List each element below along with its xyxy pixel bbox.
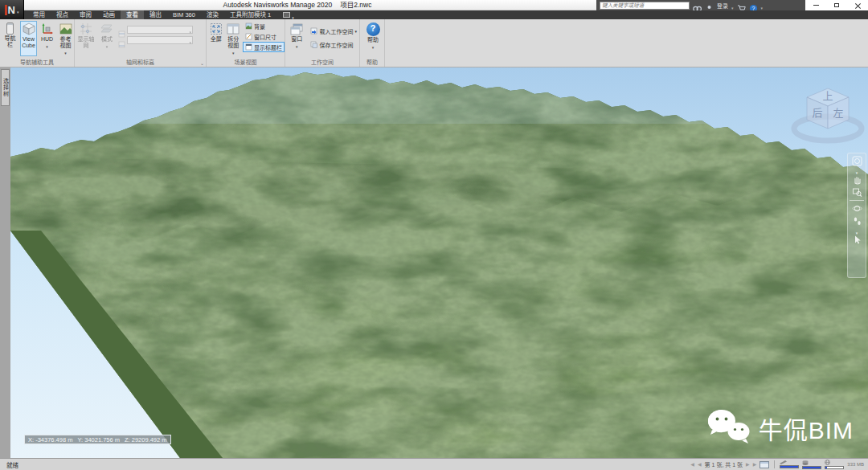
app-window: Autodesk Navisworks Manage 2020 项目2.nwc … (0, 0, 868, 470)
scene-3d-view[interactable]: 后 左 上 (10, 67, 868, 458)
minimize-button[interactable] (805, 0, 826, 10)
disk-icon (802, 460, 809, 465)
docked-panel-strip: 选择树 (0, 67, 10, 458)
watermark: 牛侃BIM (706, 408, 854, 448)
level-below-icon (118, 37, 125, 44)
reference-views-dropdown-icon (64, 49, 67, 53)
restore-button[interactable] (826, 0, 847, 10)
select-cursor-icon[interactable] (851, 235, 862, 245)
help-button[interactable]: 帮助 (363, 21, 383, 56)
orbit-icon[interactable] (851, 203, 862, 214)
disk-progress-indicator (802, 460, 821, 469)
tab-review[interactable]: 审阅 (74, 10, 97, 19)
navigation-bar-button[interactable]: 导航栏 (2, 21, 18, 56)
search-input[interactable] (600, 2, 690, 10)
wechat-icon (706, 408, 751, 448)
level-above-select[interactable] (127, 26, 193, 34)
viewport: 选择树 (0, 67, 868, 458)
web-progress-indicator (825, 460, 844, 469)
tab-render[interactable]: 渲染 (201, 10, 224, 19)
grids-dialog-launcher-icon[interactable] (200, 60, 204, 66)
help-icon[interactable]: ? (749, 2, 758, 10)
next-sheet-icon[interactable] (746, 459, 750, 470)
walk-icon[interactable] (851, 216, 862, 227)
status-divider (774, 460, 775, 468)
show-title-bars-button[interactable]: 显示标题栏 (243, 42, 285, 52)
pencil-progress-indicator (780, 460, 799, 468)
hud-button[interactable]: HUD (39, 21, 55, 56)
steering-wheel-dropdown-icon[interactable] (856, 169, 858, 172)
title-bar: Autodesk Navisworks Manage 2020 项目2.nwc … (0, 0, 868, 10)
tab-home[interactable]: 常用 (27, 10, 51, 19)
load-workspace-dropdown-icon (354, 28, 357, 34)
tab-output[interactable]: 输出 (144, 10, 167, 19)
cursor-coordinates-readout: X: -34376.498 m Y: 34021.756 m Z: 29209.… (24, 435, 171, 444)
coord-z: Z: 29209.492 m (125, 436, 167, 443)
ribbon-tab-bar: 常用 视点 审阅 动画 查看 输出 BIM 360 渲染 工具附加模块 1 (0, 10, 868, 19)
grid-mode-dropdown-icon (106, 43, 108, 47)
sign-in-button[interactable]: 登录 (717, 2, 728, 10)
full-screen-icon (210, 22, 223, 35)
web-globe-icon (825, 460, 830, 465)
infocenter: 登录 ? (596, 0, 807, 10)
pan-hand-icon[interactable] (851, 174, 862, 185)
steering-wheel-icon[interactable] (851, 156, 862, 166)
selection-tree-tab[interactable]: 选择树 (1, 69, 10, 106)
tab-addins[interactable]: 工具附加模块 1 (224, 10, 276, 19)
ribbon: 导航栏 ViewCube HUD (0, 19, 868, 67)
ribbon-group-help: 帮助 帮助 (360, 19, 385, 67)
ribbon-group-scene-view: 全屏 拆分视图 背景 (207, 19, 285, 67)
binoculars-search-icon[interactable] (693, 2, 702, 10)
first-sheet-icon[interactable] (690, 459, 694, 470)
split-view-button[interactable]: 拆分视图 (226, 21, 242, 56)
navigation-bar-divider (850, 200, 864, 201)
app-title: Autodesk Navisworks Manage 2020 (223, 0, 333, 10)
tab-animation[interactable]: 动画 (97, 10, 121, 19)
sheet-browser-icon[interactable] (760, 461, 769, 468)
status-ready-text: 就绪 (6, 460, 18, 469)
viewcube-icon (23, 22, 35, 35)
last-sheet-icon[interactable] (753, 459, 757, 470)
coord-x: X: -34376.498 m (28, 436, 72, 443)
reference-views-button[interactable]: 参考视图 (57, 21, 74, 56)
background-button[interactable]: 背景 (243, 21, 285, 31)
save-workspace-button[interactable]: 保存工作空间 (308, 39, 359, 50)
viewcube-widget[interactable]: 后 左 上 (791, 82, 865, 156)
grid-icon (80, 22, 92, 35)
tab-bim360[interactable]: BIM 360 (167, 10, 201, 19)
show-title-bars-icon (245, 43, 252, 51)
viewcube-toggle-button[interactable]: ViewCube (20, 21, 37, 56)
zoom-window-icon[interactable] (851, 187, 862, 198)
ribbon-group-navigation-aids: 导航栏 ViewCube HUD (0, 19, 75, 67)
pencil-progress-bar (780, 465, 799, 468)
disk-progress-fill (803, 467, 821, 468)
tab-view[interactable]: 查看 (121, 10, 144, 19)
windows-button[interactable]: 窗口 (287, 21, 306, 56)
level-selectors (118, 26, 193, 56)
load-workspace-icon (310, 27, 317, 35)
load-workspace-button[interactable]: 载入工作空间 (308, 26, 359, 36)
grid-mode-button[interactable]: 模式 (97, 21, 117, 56)
show-grid-button[interactable]: 显示轴网 (76, 21, 96, 56)
save-workspace-icon (310, 41, 317, 48)
restore-icon (834, 3, 839, 7)
window-title: Autodesk Navisworks Manage 2020 项目2.nwc (32, 0, 563, 10)
full-screen-button[interactable]: 全屏 (208, 21, 224, 56)
user-icon (705, 2, 714, 10)
grid-mode-icon (100, 22, 113, 35)
app-store-cart-icon[interactable] (737, 2, 746, 10)
application-menu-button[interactable]: N (0, 0, 24, 19)
walk-dropdown-icon[interactable] (856, 229, 858, 232)
tab-viewpoint[interactable]: 视点 (51, 10, 74, 19)
hud-dropdown-icon (46, 43, 48, 47)
help-dropdown-caret-icon (372, 43, 375, 47)
close-button[interactable] (847, 0, 868, 10)
navigation-bar[interactable] (847, 153, 866, 278)
workspace-options: 载入工作空间 保存工作空间 (308, 26, 359, 56)
level-below-select[interactable] (127, 36, 193, 44)
window-controls (805, 0, 868, 10)
previous-sheet-icon[interactable] (698, 459, 702, 470)
ribbon-display-toggle[interactable] (283, 10, 294, 19)
watermark-text: 牛侃BIM (759, 411, 854, 446)
window-size-button[interactable]: 窗口尺寸 (243, 31, 285, 42)
